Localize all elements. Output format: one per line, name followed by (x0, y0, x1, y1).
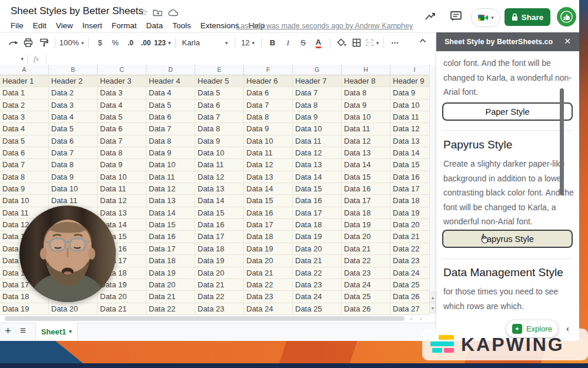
cell[interactable]: Data 16 (146, 231, 195, 243)
cell[interactable]: Data 8 (146, 135, 195, 147)
print-icon[interactable] (21, 36, 35, 50)
cell[interactable]: Data 12 (98, 195, 146, 207)
decrease-decimals-button[interactable]: .0 (123, 36, 138, 50)
cell[interactable]: Data 5 (195, 87, 244, 99)
cell[interactable]: Data 6 (49, 135, 98, 147)
cell[interactable]: Data 8 (342, 87, 390, 99)
column-header-H[interactable]: H (342, 65, 390, 75)
cell[interactable]: Data 2 (49, 87, 98, 99)
scroll-left-icon[interactable]: ‹ (410, 316, 412, 322)
cell[interactable]: Data 18 (293, 219, 342, 231)
cell[interactable]: Data 19 (293, 231, 342, 243)
cell[interactable]: Data 17 (293, 207, 342, 219)
menu-item-tools[interactable]: Tools (168, 19, 196, 32)
scroll-up-icon[interactable]: ▲ (429, 292, 436, 302)
cell[interactable]: Data 21 (195, 279, 244, 291)
star-icon[interactable]: ☆ (140, 7, 148, 18)
cell[interactable]: Data 22 (244, 279, 293, 291)
cell[interactable]: Data 8 (0, 171, 49, 183)
cell[interactable]: Data 20 (49, 303, 98, 315)
cell[interactable]: Data 13 (98, 207, 146, 219)
cell[interactable]: Data 9 (342, 100, 390, 111)
scroll-down-icon[interactable]: ▼ (429, 303, 436, 313)
cell[interactable]: Data 2 (0, 100, 49, 111)
cell[interactable]: Data 18 (244, 231, 293, 243)
cell[interactable]: Data 11 (146, 171, 195, 183)
cell[interactable]: Data 18 (342, 207, 390, 219)
cell[interactable]: Data 24 (293, 291, 342, 303)
cell[interactable]: Data 10 (49, 183, 98, 195)
cell[interactable]: Data 6 (0, 147, 49, 159)
cell[interactable]: Data 12 (293, 147, 342, 159)
zoom-select[interactable]: 100% (59, 36, 84, 50)
cell[interactable]: Data 23 (195, 303, 244, 315)
cell[interactable]: Data 13 (195, 183, 244, 195)
cell[interactable]: Data 20 (244, 255, 293, 267)
cell[interactable]: Data 19 (244, 243, 293, 255)
cell[interactable]: Data 7 (195, 111, 244, 123)
cell[interactable]: Data 13 (244, 171, 293, 183)
cell[interactable]: Data 19 (146, 267, 195, 279)
cell[interactable]: Data 16 (244, 207, 293, 219)
cell[interactable]: Data 13 (342, 147, 390, 159)
version-history-icon[interactable] (425, 12, 436, 24)
cell[interactable]: Data 22 (146, 303, 195, 315)
column-header-E[interactable]: E (195, 65, 244, 75)
cell[interactable]: Header 8 (342, 75, 390, 87)
cell[interactable]: Header 2 (49, 75, 98, 87)
cell[interactable]: Data 15 (195, 207, 244, 219)
cell[interactable]: Data 25 (293, 303, 342, 315)
cell[interactable]: Data 4 (98, 100, 146, 111)
close-icon[interactable]: ✕ (564, 37, 571, 46)
paint-format-icon[interactable] (36, 36, 51, 50)
cell[interactable]: Data 10 (0, 195, 49, 207)
cell[interactable]: Data 21 (293, 255, 342, 267)
cell[interactable]: Data 9 (244, 123, 293, 135)
papyrus-style-button[interactable]: Papyrus Style (442, 230, 573, 248)
cell[interactable]: Data 11 (342, 123, 390, 135)
undo-icon[interactable] (6, 36, 20, 50)
cell[interactable]: Header 7 (293, 75, 342, 87)
cell[interactable]: Data 6 (244, 87, 293, 99)
cell[interactable]: Data 19 (195, 255, 244, 267)
cell[interactable]: Data 16 (195, 219, 244, 231)
font-select[interactable]: Karla ▾ (180, 36, 230, 50)
cell[interactable]: Data 20 (98, 291, 146, 303)
cell[interactable]: Data 3 (0, 111, 49, 123)
cell[interactable]: Data 18 (195, 243, 244, 255)
column-header-C[interactable]: C (98, 65, 146, 75)
cell[interactable]: Header 3 (98, 75, 146, 87)
cell[interactable]: Data 15 (293, 183, 342, 195)
cell[interactable]: Data 18 (146, 255, 195, 267)
cell[interactable]: Data 12 (342, 135, 390, 147)
account-avatar[interactable] (557, 7, 576, 26)
cell[interactable]: Data 7 (244, 100, 293, 111)
strikethrough-button[interactable]: S (296, 36, 310, 50)
cell[interactable]: Data 8 (49, 159, 98, 171)
comment-icon[interactable] (450, 11, 462, 25)
cell[interactable]: Data 9 (98, 159, 146, 171)
format-percent-button[interactable]: % (108, 36, 122, 50)
paper-style-button[interactable]: Paper Style (442, 102, 573, 121)
cell[interactable]: Data 11 (293, 135, 342, 147)
cell[interactable]: Data 21 (244, 267, 293, 279)
cell[interactable]: Data 10 (293, 123, 342, 135)
cell[interactable]: Header 1 (0, 75, 49, 87)
cell[interactable]: Data 22 (195, 291, 244, 303)
cell[interactable]: Data 13 (146, 195, 195, 207)
cell[interactable]: Data 9 (195, 135, 244, 147)
cell[interactable]: Data 5 (49, 123, 98, 135)
cell[interactable]: Data 9 (146, 147, 195, 159)
column-header-B[interactable]: B (49, 65, 98, 75)
cell[interactable]: Data 6 (195, 100, 244, 111)
cell[interactable]: Data 13 (293, 159, 342, 171)
cell[interactable]: Data 16 (293, 195, 342, 207)
menu-item-file[interactable]: File (6, 19, 28, 32)
cell[interactable]: Data 14 (195, 195, 244, 207)
sidebar-scrollbar[interactable] (560, 88, 564, 195)
cell[interactable]: Data 17 (195, 231, 244, 243)
cell[interactable]: Data 20 (146, 279, 195, 291)
cell[interactable]: Data 17 (146, 243, 195, 255)
cell[interactable]: Data 23 (342, 267, 390, 279)
cell[interactable]: Data 22 (293, 267, 342, 279)
